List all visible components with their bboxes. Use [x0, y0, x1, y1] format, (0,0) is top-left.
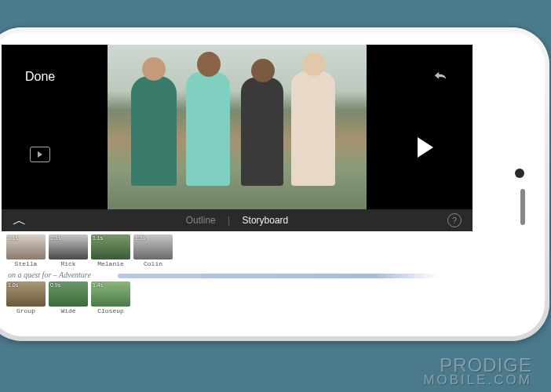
- clip-label: Wide: [49, 307, 88, 314]
- watermark: PRODIGE MOBILE.COM: [423, 357, 532, 386]
- clip-duration: 1.0s: [8, 282, 18, 288]
- clip-row-shots: 1.0s Group 0.9s Wide 1.4s Closeup: [6, 281, 468, 314]
- expand-button[interactable]: ︿: [13, 213, 27, 227]
- clip-duration: 1.1s: [8, 235, 18, 241]
- clip-label: Stella: [6, 260, 46, 267]
- clip-thumbnail: 0.9s: [49, 281, 88, 307]
- tab-storyboard[interactable]: Storyboard: [243, 215, 289, 226]
- storyboard-panel[interactable]: 1.1s Stella 1.3s Rick 1.1s Melanie 1.3s …: [2, 231, 473, 324]
- person-silhouette: [291, 71, 335, 186]
- mode-tabs: Outline | Storyboard: [27, 215, 447, 226]
- phone-frame: Done ︿ Outline | Storyboard ?: [0, 27, 549, 341]
- clip-duration: 1.1s: [93, 235, 103, 241]
- clip-duration: 1.4s: [93, 282, 103, 288]
- clip-label: Melanie: [91, 260, 130, 267]
- clip-label: Closeup: [91, 307, 130, 314]
- clip-melanie[interactable]: 1.1s Melanie: [91, 234, 130, 267]
- clip-thumbnail: 1.1s: [91, 234, 130, 260]
- clip-label: Group: [6, 307, 46, 314]
- tab-outline[interactable]: Outline: [186, 215, 216, 226]
- clip-row-cast: 1.1s Stella 1.3s Rick 1.1s Melanie 1.3s …: [6, 234, 468, 267]
- clip-duration: 1.3s: [50, 235, 60, 241]
- watermark-line2: MOBILE.COM: [423, 374, 532, 386]
- clip-wide[interactable]: 0.9s Wide: [49, 281, 88, 314]
- clip-thumbnail: 1.3s: [49, 234, 88, 260]
- clip-label: Colin: [133, 260, 173, 267]
- clip-thumbnail: 1.1s: [6, 234, 46, 260]
- clip-duration: 1.3s: [135, 235, 145, 241]
- help-button[interactable]: ?: [447, 213, 462, 227]
- title-text: on a quest for – Adventure: [8, 270, 91, 279]
- speaker-slot: [520, 189, 525, 225]
- clip-group[interactable]: 1.0s Group: [6, 281, 46, 314]
- clip-colin[interactable]: 1.3s Colin: [133, 234, 173, 267]
- clip-duration: 0.9s: [50, 282, 60, 288]
- person-silhouette: [241, 78, 283, 186]
- video-preview-area: Done: [2, 45, 473, 209]
- clip-thumbnail: 1.0s: [6, 281, 46, 307]
- title-track[interactable]: on a quest for – Adventure: [8, 270, 468, 279]
- clip-rick[interactable]: 1.3s Rick: [49, 234, 88, 267]
- tab-separator: |: [228, 215, 230, 226]
- clip-stella[interactable]: 1.1s Stella: [6, 234, 46, 267]
- play-preview-button[interactable]: [30, 147, 50, 162]
- clip-thumbnail: 1.3s: [133, 234, 173, 260]
- app-screen: Done ︿ Outline | Storyboard ?: [2, 45, 473, 324]
- clip-closeup[interactable]: 1.4s Closeup: [91, 281, 130, 314]
- title-track-bar: [118, 274, 440, 278]
- person-silhouette: [186, 72, 230, 186]
- person-silhouette: [131, 76, 177, 186]
- mode-toolbar: ︿ Outline | Storyboard ?: [2, 209, 473, 231]
- video-preview[interactable]: [108, 45, 367, 209]
- undo-icon: [432, 70, 449, 84]
- camera-dot: [515, 169, 524, 178]
- clip-label: Rick: [49, 260, 88, 267]
- phone-body: Done ︿ Outline | Storyboard ?: [0, 32, 545, 336]
- undo-button[interactable]: [432, 70, 449, 86]
- done-button[interactable]: Done: [25, 70, 55, 84]
- play-button[interactable]: [418, 137, 435, 158]
- clip-thumbnail: 1.4s: [91, 281, 130, 307]
